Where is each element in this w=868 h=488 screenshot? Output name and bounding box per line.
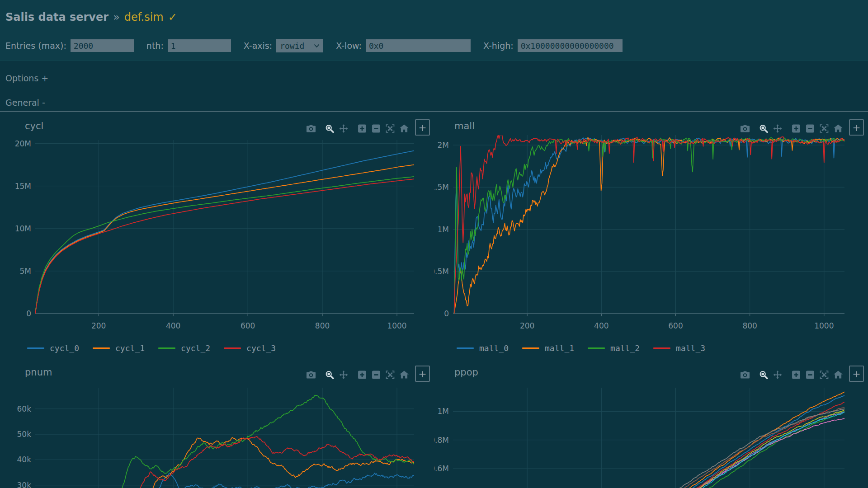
svg-text:50k: 50k [17, 430, 32, 439]
legend-item-mall_1[interactable]: mall_1 [522, 343, 574, 353]
legend-label: mall_0 [479, 343, 509, 353]
nth-label: nth: [146, 41, 164, 51]
svg-text:2M: 2M [438, 141, 449, 150]
series-ppop_8 [668, 410, 845, 488]
xlow-label: X-low: [336, 41, 362, 51]
svg-text:0: 0 [444, 309, 449, 318]
legend-item-cycl_0[interactable]: cycl_0 [27, 343, 79, 353]
app-title: Salis data server [5, 11, 108, 23]
svg-text:1000: 1000 [814, 321, 834, 330]
svg-text:1.5M: 1.5M [434, 183, 449, 192]
plot-svg[interactable]: 30k40k50k60k [0, 361, 434, 488]
chart-legend: cycl_0cycl_1cycl_2cycl_3 [27, 343, 276, 353]
entries-label: Entries (max): [5, 41, 66, 51]
svg-text:800: 800 [315, 321, 330, 330]
svg-text:600: 600 [241, 321, 255, 330]
series-pnum_1 [148, 437, 414, 488]
svg-text:200: 200 [520, 321, 534, 330]
svg-text:400: 400 [166, 321, 180, 330]
legend-swatch [653, 347, 670, 349]
svg-text:5M: 5M [20, 267, 31, 276]
current-file-link[interactable]: def.sim [124, 11, 164, 23]
legend-item-mall_0[interactable]: mall_0 [457, 343, 509, 353]
svg-text:400: 400 [594, 321, 609, 330]
series-mall_1 [454, 137, 845, 313]
section-options-toggle[interactable]: Options + [0, 72, 868, 87]
xlow-group: X-low: [336, 39, 471, 52]
legend-item-mall_2[interactable]: mall_2 [588, 343, 640, 353]
chart-pnum: pnum +30k40k50k60k [0, 361, 434, 488]
legend-label: mall_3 [676, 343, 705, 353]
svg-text:40k: 40k [17, 455, 32, 464]
svg-text:0.8M: 0.8M [434, 436, 449, 445]
svg-text:60k: 60k [17, 404, 32, 413]
legend-label: mall_1 [545, 343, 574, 353]
series-pnum_0 [156, 473, 414, 488]
controls-toolbar: Entries (max): nth: X-axis: rowid X-low:… [5, 39, 635, 52]
svg-text:15M: 15M [15, 182, 31, 191]
chart-cycl: cycl +200400600800100005M10M15M20Mcycl_0… [0, 115, 434, 361]
section-options-label: Options + [5, 73, 48, 83]
legend-item-cycl_3[interactable]: cycl_3 [224, 343, 276, 353]
series-ppop_9 [670, 413, 844, 488]
breadcrumb: Salis data server » def.sim ✓ [5, 11, 177, 23]
legend-label: cycl_3 [246, 343, 276, 353]
legend-swatch [588, 347, 605, 349]
chart-ppop: ppop +0.6M0.8M1M [434, 361, 868, 488]
entries-group: Entries (max): [5, 39, 134, 52]
svg-text:800: 800 [742, 321, 757, 330]
app-root: Salis data server » def.sim ✓ Entries (m… [0, 0, 868, 488]
svg-text:200: 200 [91, 321, 106, 330]
legend-label: cycl_1 [115, 343, 145, 353]
svg-text:600: 600 [668, 321, 683, 330]
legend-swatch [522, 347, 539, 349]
svg-text:30k: 30k [17, 481, 32, 488]
svg-text:0.6M: 0.6M [434, 464, 449, 473]
xhigh-input[interactable] [518, 39, 623, 52]
plot-svg[interactable]: 200400600800100000.5M1M1.5M2M [434, 115, 868, 341]
series-mall_0 [454, 138, 845, 314]
series-mall_3 [454, 132, 845, 317]
series-cycl_0 [35, 151, 414, 314]
xhigh-group: X-high: [483, 39, 623, 52]
legend-label: cycl_2 [181, 343, 210, 353]
legend-label: cycl_0 [50, 343, 79, 353]
xaxis-select[interactable]: rowid [276, 39, 323, 52]
legend-label: mall_2 [610, 343, 640, 353]
entries-input[interactable] [71, 39, 134, 52]
xhigh-label: X-high: [483, 41, 514, 51]
svg-text:0: 0 [26, 309, 31, 318]
legend-swatch [457, 347, 474, 349]
xlow-input[interactable] [366, 39, 471, 52]
legend-swatch [27, 347, 44, 349]
nth-input[interactable] [168, 39, 231, 52]
legend-swatch [224, 347, 241, 349]
svg-text:1M: 1M [438, 225, 449, 234]
nth-group: nth: [146, 39, 231, 52]
legend-item-cycl_2[interactable]: cycl_2 [158, 343, 210, 353]
series-cycl_1 [35, 165, 414, 314]
plot-svg[interactable]: 0.6M0.8M1M [434, 361, 868, 488]
xaxis-select-value: rowid [280, 41, 304, 51]
chart-mall: mall +200400600800100000.5M1M1.5M2Mmall_… [434, 115, 868, 361]
svg-text:0.5M: 0.5M [434, 267, 449, 276]
breadcrumb-separator: » [113, 11, 120, 23]
xaxis-label: X-axis: [244, 41, 272, 51]
svg-text:1000: 1000 [387, 321, 406, 330]
legend-swatch [158, 347, 175, 349]
series-cycl_2 [35, 177, 414, 314]
chart-legend: mall_0mall_1mall_2mall_3 [457, 343, 705, 353]
svg-text:10M: 10M [15, 224, 31, 233]
series-ppop_7 [645, 408, 844, 488]
legend-item-mall_3[interactable]: mall_3 [653, 343, 705, 353]
section-general-label: General - [5, 98, 45, 108]
legend-item-cycl_1[interactable]: cycl_1 [93, 343, 145, 353]
series-mall_2 [454, 137, 845, 320]
app-header: Salis data server » def.sim ✓ Entries (m… [0, 0, 868, 61]
plot-svg[interactable]: 200400600800100005M10M15M20M [0, 115, 434, 341]
svg-text:1M: 1M [438, 407, 449, 416]
section-general-toggle[interactable]: General - [0, 97, 868, 112]
status-check-icon: ✓ [168, 11, 177, 23]
series-cycl_3 [35, 179, 414, 314]
legend-swatch [93, 347, 110, 349]
